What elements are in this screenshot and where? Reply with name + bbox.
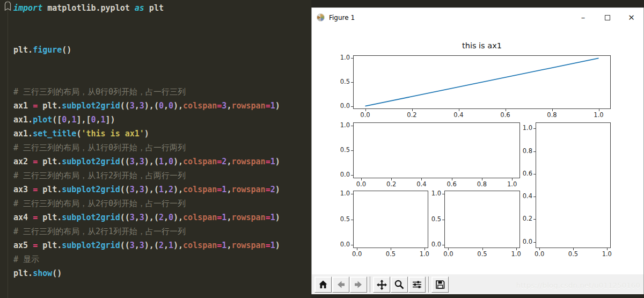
csdn-watermark: https://blog.csdn.net/u011250160 xyxy=(516,281,640,289)
y-tick-mark xyxy=(351,194,353,194)
window-titlebar[interactable]: Figure 1 – ✕ xyxy=(312,8,643,27)
code-line: ax1.set_title('this is ax1') xyxy=(13,127,311,141)
close-button[interactable]: ✕ xyxy=(619,8,643,27)
configure-subplots-button[interactable] xyxy=(408,277,426,293)
plotted-line xyxy=(354,56,610,108)
y-tick-label: 0.5 xyxy=(332,78,350,85)
code-line: ax5 = plt.subplot2grid((3,3),(2,1),colsp… xyxy=(13,238,311,252)
y-tick-label: 0.0 xyxy=(332,241,350,248)
y-tick-label: 0.0 xyxy=(332,171,350,178)
code-line: ax3 = plt.subplot2grid((3,3),(1,2),colsp… xyxy=(13,183,311,197)
x-tick-label: 0.5 xyxy=(565,251,581,258)
x-tick-label: 0.0 xyxy=(440,251,456,258)
code-line: ax4 = plt.subplot2grid((3,3),(2,0),colsp… xyxy=(13,210,311,224)
x-tick-label: 0.8 xyxy=(474,181,490,188)
code-line: # 三行三列的布局，从1行2列开始，占两行一列 xyxy=(13,169,311,183)
code-line xyxy=(13,29,311,43)
code-line: ax1.plot([0,1],[0,1]) xyxy=(13,113,311,127)
x-tick-label: 0.8 xyxy=(544,112,560,119)
subplot-title: this is ax1 xyxy=(354,41,610,50)
code-line: # 三行三列的布局，从2行1列开始，占一行一列 xyxy=(13,224,311,238)
x-tick-label: 0.5 xyxy=(474,251,491,258)
code-line xyxy=(13,57,311,71)
code-line: # 显示 xyxy=(13,252,311,266)
maximize-icon xyxy=(605,15,610,20)
x-tick-label: 1.0 xyxy=(508,251,524,258)
maximize-button[interactable] xyxy=(595,8,619,27)
code-line xyxy=(13,71,311,85)
x-tick-label: 1.0 xyxy=(416,251,433,258)
x-tick-label: 0.2 xyxy=(404,112,420,119)
sliders-icon xyxy=(412,279,422,290)
code-line: plt.show() xyxy=(13,266,311,280)
x-tick-label: 0.0 xyxy=(357,112,374,119)
zoom-button[interactable] xyxy=(391,277,408,293)
minimize-button[interactable]: – xyxy=(571,8,595,27)
x-tick-label: 0.4 xyxy=(451,112,467,119)
floppy-save-icon xyxy=(435,279,445,290)
code-line: import matplotlib.pyplot as plt xyxy=(13,1,311,15)
y-tick-mark xyxy=(533,128,536,129)
y-tick-label: 0.0 xyxy=(423,241,441,248)
y-tick-mark xyxy=(442,220,444,220)
y-tick-mark xyxy=(533,219,536,220)
y-tick-mark xyxy=(533,174,536,175)
figure-canvas[interactable]: this is ax10.00.20.40.60.81.01.00.50.00.… xyxy=(312,27,643,274)
x-tick-label: 0.4 xyxy=(413,181,429,188)
y-tick-mark xyxy=(351,106,353,107)
y-tick-mark xyxy=(442,194,444,194)
navigation-toolbar: https://blog.csdn.net/u011250160 xyxy=(312,274,643,294)
x-tick-label: 1.0 xyxy=(504,181,520,188)
forward-button[interactable] xyxy=(350,277,367,293)
toolbar-separator xyxy=(370,277,371,293)
y-tick-mark xyxy=(351,82,353,83)
x-tick-label: 0.0 xyxy=(353,181,369,188)
x-tick-label: 0.6 xyxy=(444,181,460,188)
figure-window: Figure 1 – ✕ this is ax10.00.20.40.60.81… xyxy=(311,8,644,294)
y-tick-label: 1.0 xyxy=(332,122,350,129)
y-tick-label: 1.0 xyxy=(332,190,350,197)
code-line: plt.figure() xyxy=(13,43,311,57)
x-tick-label: 0.2 xyxy=(383,181,399,188)
x-tick-label: 0.5 xyxy=(383,251,399,258)
back-arrow-icon xyxy=(335,279,346,290)
code-area: import matplotlib.pyplot as plt plt.figu… xyxy=(13,1,311,280)
y-tick-label: 1.0 xyxy=(423,190,441,197)
y-tick-label: 1.0 xyxy=(514,125,532,132)
toolbar-separator xyxy=(428,277,429,293)
subplot-ax5: 0.00.51.01.00.50.0 xyxy=(444,191,520,248)
y-tick-label: 0.5 xyxy=(332,147,350,154)
y-tick-mark xyxy=(533,197,536,197)
y-tick-mark xyxy=(351,126,353,126)
forward-arrow-icon xyxy=(353,279,364,290)
y-tick-mark xyxy=(351,220,353,220)
y-tick-label: 1.0 xyxy=(332,54,350,61)
x-tick-label: 1.0 xyxy=(599,251,615,258)
y-tick-label: 0.5 xyxy=(423,216,441,223)
x-tick-label: 1.0 xyxy=(591,112,607,119)
pan-move-icon xyxy=(376,279,387,290)
y-tick-label: 0.5 xyxy=(332,216,350,223)
code-editor[interactable]: import matplotlib.pyplot as plt plt.figu… xyxy=(0,0,311,298)
x-tick-label: 0.0 xyxy=(531,251,547,258)
y-tick-mark xyxy=(533,242,536,243)
y-tick-mark xyxy=(351,175,353,176)
x-tick-label: 0.6 xyxy=(497,112,514,119)
subplot-ax2: 0.00.20.40.60.81.01.00.50.0 xyxy=(353,122,520,178)
code-line: # 三行三列的布局，从2行0列开始，占一行一列 xyxy=(13,197,311,210)
home-icon xyxy=(318,279,328,290)
x-tick-label: 0.0 xyxy=(349,251,365,258)
save-button[interactable] xyxy=(431,277,449,293)
y-tick-mark xyxy=(442,245,444,245)
subplot-ax3: 0.00.51.01.00.80.60.40.20.0 xyxy=(536,122,611,248)
y-tick-label: 0.6 xyxy=(514,170,532,177)
home-button[interactable] xyxy=(314,277,332,293)
matplotlib-icon xyxy=(317,13,325,21)
y-tick-mark xyxy=(351,58,353,59)
indent-guide xyxy=(8,0,8,298)
code-line: ax1 = plt.subplot2grid((3,3),(0,0),colsp… xyxy=(13,99,311,113)
back-button[interactable] xyxy=(332,277,349,293)
pan-button[interactable] xyxy=(373,277,390,293)
code-line: ax2 = plt.subplot2grid((3,3),(1,0),colsp… xyxy=(13,155,311,169)
y-tick-mark xyxy=(533,151,536,152)
